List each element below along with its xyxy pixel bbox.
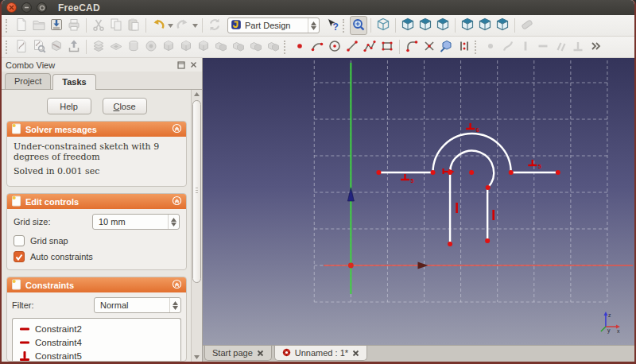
- scroll-up-icon[interactable]: [192, 90, 202, 99]
- sketch-point[interactable]: [509, 170, 514, 175]
- dropdown-caret-icon[interactable]: [167, 24, 174, 28]
- sketch-point[interactable]: [556, 170, 560, 175]
- create-polyline-button[interactable]: [361, 37, 378, 56]
- spin-arrows-icon[interactable]: [169, 298, 180, 312]
- toolbar-handle[interactable]: [6, 19, 10, 33]
- revolution-button[interactable]: [125, 37, 142, 56]
- tab-close-icon[interactable]: [352, 350, 359, 357]
- dock-float-icon[interactable]: [176, 60, 186, 70]
- tab-project[interactable]: Project: [5, 73, 51, 89]
- leave-sketch-button[interactable]: [65, 37, 83, 56]
- constraint-horizontal-button[interactable]: [534, 37, 552, 56]
- create-sketch-button[interactable]: [13, 37, 30, 56]
- open-file-button[interactable]: [30, 16, 48, 35]
- help-button[interactable]: Help: [47, 98, 91, 114]
- sketch-point[interactable]: [485, 238, 490, 243]
- scroll-down-icon[interactable]: [192, 353, 202, 362]
- undo-button[interactable]: [149, 16, 167, 35]
- refresh-button[interactable]: [206, 16, 223, 35]
- view-front-button[interactable]: [399, 16, 417, 35]
- boolean-union-button[interactable]: [212, 37, 230, 56]
- constraint-coincident-button[interactable]: [482, 37, 499, 56]
- filter-combobox[interactable]: Normal: [94, 297, 181, 313]
- grid-size-spinbox[interactable]: 10 mm: [92, 214, 180, 230]
- boolean-common-button[interactable]: [230, 37, 247, 56]
- constraint-list-item[interactable]: Constraint2: [17, 322, 180, 335]
- scrollbar-track[interactable]: [192, 99, 202, 353]
- title-bar[interactable]: FreeCAD: [2, 0, 634, 15]
- collapse-icon[interactable]: [172, 279, 182, 291]
- constraint-parallel-button[interactable]: [552, 37, 569, 56]
- scrollbar-thumb[interactable]: [192, 100, 201, 283]
- sketch-point[interactable]: [486, 185, 491, 190]
- save-file-button[interactable]: [48, 16, 65, 35]
- collapse-icon[interactable]: [172, 123, 182, 135]
- toolbar-handle[interactable]: [284, 41, 288, 54]
- sketch-point[interactable]: [448, 242, 452, 246]
- draft-button[interactable]: [195, 37, 212, 56]
- sketch-canvas[interactable]: 655zxy: [203, 58, 634, 345]
- map-sketch-button[interactable]: [48, 37, 65, 56]
- workbench-selector[interactable]: Part Design: [227, 17, 320, 33]
- new-file-button[interactable]: [13, 16, 30, 35]
- 3d-viewport[interactable]: 655zxy: [203, 58, 634, 345]
- view-top-button[interactable]: [417, 16, 434, 35]
- copy-button[interactable]: [107, 16, 125, 35]
- window-close-button[interactable]: [6, 2, 17, 13]
- view-bottom-button[interactable]: [476, 16, 494, 35]
- sketch-point[interactable]: [448, 170, 452, 175]
- view-right-button[interactable]: [434, 16, 452, 35]
- tab-close-icon[interactable]: [257, 350, 264, 357]
- constraint-vertical-button[interactable]: [517, 37, 534, 56]
- create-line-button[interactable]: [343, 37, 361, 56]
- symmetry-button[interactable]: [456, 37, 473, 56]
- toolbar-handle[interactable]: [475, 41, 479, 54]
- boolean-section-button[interactable]: [265, 37, 282, 56]
- dropdown-caret-icon[interactable]: [192, 24, 199, 28]
- origin-point[interactable]: [348, 263, 354, 269]
- boolean-cut-button[interactable]: [247, 37, 265, 56]
- create-fillet-button[interactable]: [403, 37, 421, 56]
- view-fit-all-button[interactable]: [350, 16, 367, 35]
- constraint-list-item[interactable]: Constraint5: [17, 349, 180, 361]
- create-circle-button[interactable]: [326, 37, 343, 56]
- sketch-point[interactable]: [376, 170, 381, 175]
- trim-edge-button[interactable]: [421, 37, 438, 56]
- tab-tasks[interactable]: Tasks: [52, 74, 95, 90]
- collapse-icon[interactable]: [172, 196, 182, 207]
- whats-this-button[interactable]: ?: [324, 16, 341, 35]
- sketch-inner-arc[interactable]: [450, 151, 494, 188]
- dock-close-icon[interactable]: [188, 60, 198, 70]
- create-arc-button[interactable]: [308, 37, 326, 56]
- groove-button[interactable]: [142, 37, 160, 56]
- task-panel-scrollbar[interactable]: [191, 90, 202, 362]
- constraint-list[interactable]: Constraint2Constraint4Constraint5Constra…: [12, 318, 181, 361]
- close-button[interactable]: Close: [103, 98, 147, 114]
- chamfer-button[interactable]: [177, 37, 195, 56]
- window-minimize-button[interactable]: [21, 2, 32, 13]
- constraint-list-item[interactable]: Constraint4: [17, 335, 180, 349]
- sketch-point[interactable]: [469, 170, 474, 175]
- external-geometry-button[interactable]: [438, 37, 456, 56]
- measure-distance-button[interactable]: [518, 16, 536, 35]
- edit-sketch-button[interactable]: [30, 37, 48, 56]
- view-left-button[interactable]: [494, 16, 511, 35]
- paste-button[interactable]: [125, 16, 142, 35]
- grid-snap-checkbox[interactable]: [14, 235, 25, 246]
- print-button[interactable]: [65, 16, 83, 35]
- auto-constraints-checkbox[interactable]: [14, 251, 25, 262]
- edit-controls-header[interactable]: Edit controls: [7, 194, 186, 209]
- constraint-perpendicular-button[interactable]: [569, 37, 587, 56]
- sketch-point[interactable]: [431, 170, 436, 175]
- constraint-point-on-object-button[interactable]: [499, 37, 517, 56]
- pad-button[interactable]: [90, 37, 107, 56]
- mdi-tab-start-page[interactable]: Start page: [204, 346, 272, 361]
- sketch-outer-arc[interactable]: [433, 134, 511, 172]
- spin-arrows-icon[interactable]: [168, 215, 179, 229]
- redo-button[interactable]: [174, 16, 192, 35]
- cut-button[interactable]: [90, 16, 107, 35]
- toolbar-handle[interactable]: [343, 19, 347, 33]
- combo-spin-arrows-icon[interactable]: [308, 18, 319, 33]
- mdi-tab-unnamed-1-[interactable]: Unnamed : 1*: [274, 346, 367, 361]
- view-axonometric-button[interactable]: [374, 16, 392, 35]
